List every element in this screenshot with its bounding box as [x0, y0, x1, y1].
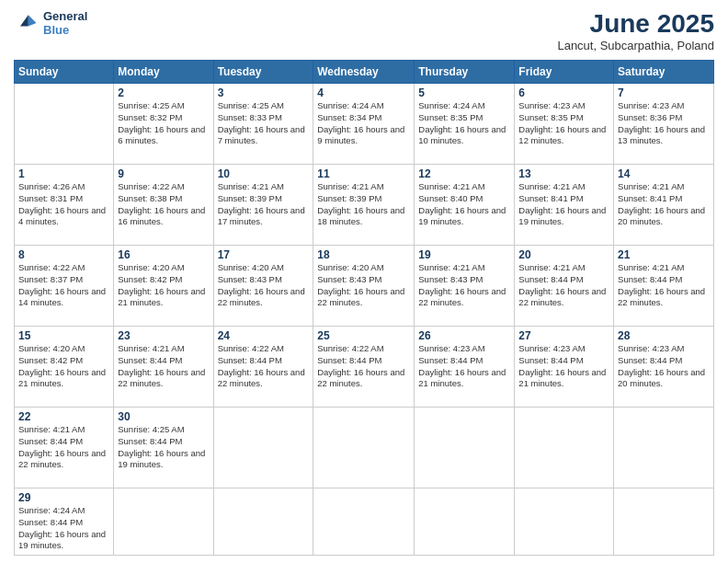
calendar-cell: 7 Sunrise: 4:23 AMSunset: 8:36 PMDayligh… — [614, 84, 714, 165]
calendar-cell: 3 Sunrise: 4:25 AMSunset: 8:33 PMDayligh… — [213, 84, 313, 165]
calendar-cell: 9 Sunrise: 4:22 AMSunset: 8:38 PMDayligh… — [114, 165, 213, 246]
calendar-cell: 14 Sunrise: 4:21 AMSunset: 8:41 PMDaylig… — [614, 165, 714, 246]
col-tuesday: Tuesday — [213, 61, 313, 84]
calendar-cell: 13 Sunrise: 4:21 AMSunset: 8:41 PMDaylig… — [515, 165, 614, 246]
day-info: Sunrise: 4:23 AMSunset: 8:35 PMDaylight:… — [518, 100, 609, 147]
calendar-row-1: 1 Sunrise: 4:26 AMSunset: 8:31 PMDayligh… — [15, 165, 714, 246]
logo: General Blue — [14, 9, 87, 37]
day-number: 1 — [18, 167, 109, 180]
calendar-cell: 4 Sunrise: 4:24 AMSunset: 8:34 PMDayligh… — [313, 84, 415, 165]
day-info: Sunrise: 4:26 AMSunset: 8:31 PMDaylight:… — [18, 181, 109, 228]
day-number: 14 — [618, 167, 710, 180]
day-info: Sunrise: 4:21 AMSunset: 8:40 PMDaylight:… — [418, 181, 510, 228]
day-number: 23 — [118, 329, 209, 342]
calendar-cell: 15 Sunrise: 4:20 AMSunset: 8:42 PMDaylig… — [15, 327, 114, 408]
day-info: Sunrise: 4:25 AMSunset: 8:44 PMDaylight:… — [118, 424, 209, 471]
day-info: Sunrise: 4:20 AMSunset: 8:43 PMDaylight:… — [218, 262, 310, 309]
calendar-cell: 17 Sunrise: 4:20 AMSunset: 8:43 PMDaylig… — [213, 246, 313, 327]
day-info: Sunrise: 4:21 AMSunset: 8:44 PMDaylight:… — [118, 343, 209, 390]
day-number: 15 — [18, 329, 109, 342]
calendar-cell: 26 Sunrise: 4:23 AMSunset: 8:44 PMDaylig… — [415, 327, 515, 408]
day-info: Sunrise: 4:20 AMSunset: 8:42 PMDaylight:… — [118, 262, 209, 309]
day-number: 11 — [317, 167, 410, 180]
calendar-cell: 23 Sunrise: 4:21 AMSunset: 8:44 PMDaylig… — [114, 327, 213, 408]
calendar-row-0: 2 Sunrise: 4:25 AMSunset: 8:32 PMDayligh… — [15, 84, 714, 165]
day-number: 20 — [518, 248, 609, 261]
calendar-cell: 24 Sunrise: 4:22 AMSunset: 8:44 PMDaylig… — [213, 327, 313, 408]
day-number: 22 — [18, 410, 109, 423]
day-number: 10 — [218, 167, 310, 180]
calendar-cell: 16 Sunrise: 4:20 AMSunset: 8:42 PMDaylig… — [114, 246, 213, 327]
day-number: 26 — [418, 329, 510, 342]
day-info: Sunrise: 4:21 AMSunset: 8:44 PMDaylight:… — [518, 262, 609, 309]
day-number: 9 — [118, 167, 209, 180]
day-number: 12 — [418, 167, 510, 180]
day-info: Sunrise: 4:23 AMSunset: 8:44 PMDaylight:… — [618, 343, 710, 390]
calendar-cell: 19 Sunrise: 4:21 AMSunset: 8:43 PMDaylig… — [415, 246, 515, 327]
calendar-cell: 6 Sunrise: 4:23 AMSunset: 8:35 PMDayligh… — [515, 84, 614, 165]
calendar-cell — [515, 488, 614, 556]
calendar-cell — [213, 408, 313, 488]
calendar-cell: 8 Sunrise: 4:22 AMSunset: 8:37 PMDayligh… — [15, 246, 114, 327]
calendar-cell — [15, 84, 114, 165]
day-number: 28 — [618, 329, 710, 342]
day-number: 5 — [418, 86, 510, 99]
page: General Blue June 2025 Lancut, Subcarpat… — [0, 0, 728, 563]
day-number: 17 — [218, 248, 310, 261]
logo-icon — [14, 10, 40, 36]
day-number: 13 — [518, 167, 609, 180]
day-info: Sunrise: 4:21 AMSunset: 8:39 PMDaylight:… — [218, 181, 310, 228]
calendar-cell: 20 Sunrise: 4:21 AMSunset: 8:44 PMDaylig… — [515, 246, 614, 327]
calendar-cell — [515, 408, 614, 488]
day-number: 27 — [518, 329, 609, 342]
day-number: 24 — [218, 329, 310, 342]
day-info: Sunrise: 4:24 AMSunset: 8:35 PMDaylight:… — [418, 100, 510, 147]
calendar-cell — [313, 408, 415, 488]
title-block: June 2025 Lancut, Subcarpathia, Poland — [557, 9, 714, 52]
calendar-cell: 5 Sunrise: 4:24 AMSunset: 8:35 PMDayligh… — [415, 84, 515, 165]
day-number: 2 — [118, 86, 209, 99]
day-info: Sunrise: 4:20 AMSunset: 8:42 PMDaylight:… — [18, 343, 109, 390]
day-info: Sunrise: 4:23 AMSunset: 8:36 PMDaylight:… — [618, 100, 710, 147]
day-info: Sunrise: 4:23 AMSunset: 8:44 PMDaylight:… — [518, 343, 609, 390]
calendar-cell: 21 Sunrise: 4:21 AMSunset: 8:44 PMDaylig… — [614, 246, 714, 327]
day-info: Sunrise: 4:23 AMSunset: 8:44 PMDaylight:… — [418, 343, 510, 390]
calendar-cell — [415, 408, 515, 488]
col-sunday: Sunday — [15, 61, 114, 84]
calendar-cell: 1 Sunrise: 4:26 AMSunset: 8:31 PMDayligh… — [15, 165, 114, 246]
day-number: 25 — [317, 329, 410, 342]
day-number: 18 — [317, 248, 410, 261]
calendar-cell: 2 Sunrise: 4:25 AMSunset: 8:32 PMDayligh… — [114, 84, 213, 165]
day-info: Sunrise: 4:21 AMSunset: 8:44 PMDaylight:… — [618, 262, 710, 309]
day-info: Sunrise: 4:22 AMSunset: 8:44 PMDaylight:… — [218, 343, 310, 390]
calendar-cell: 28 Sunrise: 4:23 AMSunset: 8:44 PMDaylig… — [614, 327, 714, 408]
col-thursday: Thursday — [415, 61, 515, 84]
day-info: Sunrise: 4:21 AMSunset: 8:39 PMDaylight:… — [317, 181, 410, 228]
calendar-cell — [213, 488, 313, 556]
calendar-cell — [415, 488, 515, 556]
calendar-cell: 27 Sunrise: 4:23 AMSunset: 8:44 PMDaylig… — [515, 327, 614, 408]
day-info: Sunrise: 4:22 AMSunset: 8:44 PMDaylight:… — [317, 343, 410, 390]
month-title: June 2025 — [557, 9, 714, 39]
day-info: Sunrise: 4:21 AMSunset: 8:41 PMDaylight:… — [518, 181, 609, 228]
day-number: 30 — [118, 410, 209, 423]
day-number: 19 — [418, 248, 510, 261]
calendar-cell: 29 Sunrise: 4:24 AMSunset: 8:44 PMDaylig… — [15, 488, 114, 556]
calendar-cell: 18 Sunrise: 4:20 AMSunset: 8:43 PMDaylig… — [313, 246, 415, 327]
day-info: Sunrise: 4:24 AMSunset: 8:44 PMDaylight:… — [18, 505, 109, 552]
day-number: 29 — [18, 491, 109, 504]
day-number: 8 — [18, 248, 109, 261]
calendar-cell — [114, 488, 213, 556]
calendar-cell: 25 Sunrise: 4:22 AMSunset: 8:44 PMDaylig… — [313, 327, 415, 408]
day-info: Sunrise: 4:21 AMSunset: 8:44 PMDaylight:… — [18, 424, 109, 471]
day-info: Sunrise: 4:25 AMSunset: 8:32 PMDaylight:… — [118, 100, 209, 147]
location: Lancut, Subcarpathia, Poland — [557, 39, 714, 52]
day-number: 4 — [317, 86, 410, 99]
day-info: Sunrise: 4:22 AMSunset: 8:37 PMDaylight:… — [18, 262, 109, 309]
col-wednesday: Wednesday — [313, 61, 415, 84]
col-saturday: Saturday — [614, 61, 714, 84]
day-number: 21 — [618, 248, 710, 261]
calendar-row-3: 15 Sunrise: 4:20 AMSunset: 8:42 PMDaylig… — [15, 327, 714, 408]
col-monday: Monday — [114, 61, 213, 84]
day-info: Sunrise: 4:22 AMSunset: 8:38 PMDaylight:… — [118, 181, 209, 228]
